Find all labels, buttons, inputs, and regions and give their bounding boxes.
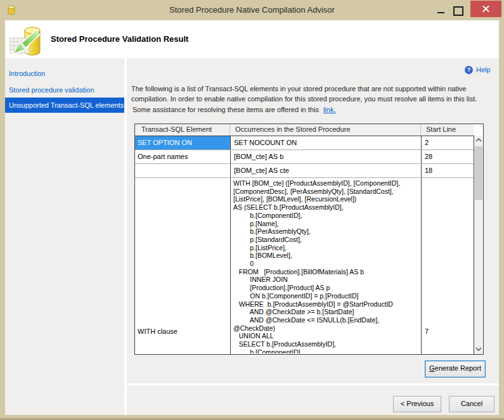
column-header-element[interactable]: Transact-SQL Element — [135, 124, 230, 136]
previous-button[interactable]: < Previous — [393, 396, 441, 412]
column-header-occurrences[interactable]: Occurrences in the Stored Procedure — [230, 124, 421, 136]
assistance-text: Some assistance for resolving these item… — [132, 106, 493, 113]
maximize-icon — [453, 6, 463, 16]
sidebar-item-introduction[interactable]: Introduction — [5, 66, 124, 81]
table-cell-element-row1[interactable]: SET OPTION ON — [135, 136, 230, 150]
minimize-icon — [437, 12, 444, 13]
sidebar-item-stored-procedure-validation[interactable]: Stored procedure validation — [5, 82, 124, 98]
description-text: The following is a list of Transact-SQL … — [131, 84, 491, 104]
window-border-left — [0, 20, 5, 420]
table-cell-element-row2[interactable]: One-part names — [135, 150, 230, 163]
scroll-down-icon[interactable] — [474, 345, 483, 354]
assistance-link[interactable]: link. — [323, 106, 336, 113]
scroll-up-icon[interactable] — [474, 136, 483, 145]
table-cell-element-row3[interactable] — [135, 164, 230, 177]
page-title: Stored Procedure Validation Result — [51, 34, 188, 44]
table-cell-startline-row1[interactable]: 2 — [422, 136, 474, 150]
stored-procedure-validation-icon — [9, 24, 42, 57]
help-icon: ? — [465, 66, 473, 74]
unsupported-elements-table: Transact-SQL Element Occurrences in the … — [134, 124, 484, 355]
table-cell-occurrence-row4[interactable]: WITH [BOM_cte] ([ProductAssemblyID], [Co… — [231, 178, 420, 353]
window-border-right — [499, 20, 504, 420]
table-cell-element-row4[interactable]: WITH clause — [135, 178, 230, 353]
table-cell-startline-row3[interactable]: 18 — [422, 164, 474, 177]
table-cell-occurrence-row3[interactable]: [BOM_cte] AS cte — [231, 164, 421, 177]
close-button[interactable] — [470, 1, 501, 17]
cancel-button[interactable]: Cancel — [449, 396, 494, 412]
table-cell-occurrence-row1[interactable]: SET NOCOUNT ON — [231, 136, 421, 150]
window-title: Stored Procedure Native Compilation Advi… — [0, 0, 504, 20]
sidebar-item-unsupported-transact-sql-elements[interactable]: Unsupported Transact-SQL elements — [5, 98, 124, 113]
maximize-button[interactable] — [451, 5, 464, 16]
table-cell-startline-row4[interactable]: 7 — [422, 178, 474, 353]
help-label: Help — [476, 66, 491, 73]
table-scrollbar[interactable] — [474, 136, 483, 354]
generate-report-button[interactable]: Generate Report — [425, 360, 486, 378]
footer-divider — [127, 383, 499, 385]
table-cell-occurrence-row2[interactable]: [BOM_cte] AS b — [231, 150, 421, 163]
minimize-button[interactable] — [435, 5, 448, 16]
wizard-sidebar: Introduction Stored procedure validation… — [5, 58, 124, 415]
column-header-start-line[interactable]: Start Line — [421, 124, 474, 136]
scrollbar-thumb[interactable] — [475, 146, 482, 200]
table-cell-startline-row2[interactable]: 28 — [422, 150, 474, 163]
